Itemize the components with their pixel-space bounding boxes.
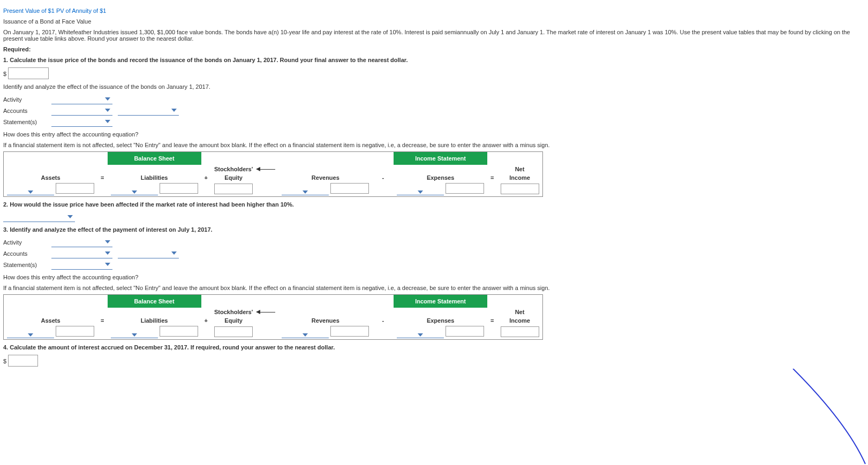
chevron-down-icon bbox=[132, 333, 137, 337]
arrow-left-icon bbox=[259, 312, 275, 312]
assets-dd-2[interactable] bbox=[7, 332, 54, 338]
statements-select-2[interactable] bbox=[51, 260, 112, 270]
exp-input-2[interactable] bbox=[446, 326, 484, 337]
chevron-down-icon bbox=[303, 333, 308, 337]
chevron-down-icon bbox=[105, 120, 110, 123]
se-header-1: Stockholders' bbox=[211, 165, 256, 173]
pv-link[interactable]: Present Value of $1 bbox=[3, 7, 55, 14]
arrow-left-icon bbox=[259, 169, 275, 170]
statements-select-1[interactable] bbox=[51, 117, 112, 127]
chevron-down-icon bbox=[418, 333, 423, 337]
chevron-down-icon bbox=[171, 251, 177, 255]
liab-dd-1[interactable] bbox=[111, 189, 158, 195]
se-header-1b: Stockholders' bbox=[211, 308, 256, 316]
chevron-down-icon bbox=[132, 190, 137, 194]
chevron-down-icon bbox=[171, 109, 177, 112]
chevron-down-icon bbox=[28, 190, 33, 194]
q1-label: 1. Calculate the issue price of the bond… bbox=[3, 57, 408, 63]
rev-header: Revenues bbox=[278, 173, 372, 182]
equation-table-2: Balance Sheet Income Statement Stockhold… bbox=[3, 294, 543, 340]
inc-header: Income bbox=[497, 173, 543, 182]
assets-header-2: Assets bbox=[4, 316, 98, 325]
liab-input-2[interactable] bbox=[160, 326, 198, 337]
rev-header-2: Revenues bbox=[278, 316, 372, 325]
net-header: Net bbox=[497, 165, 543, 173]
equation-table-1: Balance Sheet Income Statement Stockhold… bbox=[3, 151, 543, 197]
inc-input-2[interactable] bbox=[501, 326, 539, 337]
accounts-select-1[interactable] bbox=[51, 105, 112, 116]
se-header-2: Equity bbox=[211, 173, 256, 182]
exp-header: Expenses bbox=[394, 173, 487, 182]
rev-dd-1[interactable] bbox=[282, 189, 329, 195]
accounts-select-2b[interactable] bbox=[118, 248, 179, 258]
activity-select-2[interactable] bbox=[51, 237, 112, 247]
net-header-2: Net bbox=[497, 308, 543, 316]
assets-input-1[interactable] bbox=[56, 183, 94, 194]
note-text-1: If a financial statement item is not aff… bbox=[3, 142, 865, 148]
q3-label: 3. Identify and analyze the effect of th… bbox=[3, 226, 213, 233]
is-header-2: Income Statement bbox=[394, 295, 487, 308]
row-accounts-label: Accounts bbox=[3, 108, 51, 114]
chevron-down-icon bbox=[105, 97, 110, 101]
assets-input-2[interactable] bbox=[56, 326, 94, 337]
is-header: Income Statement bbox=[394, 152, 487, 165]
q2-select[interactable] bbox=[3, 212, 75, 222]
chevron-down-icon bbox=[105, 251, 110, 255]
how-text-1: How does this entry affect the accountin… bbox=[3, 131, 865, 138]
liab-input-1[interactable] bbox=[160, 183, 198, 194]
chevron-down-icon bbox=[105, 109, 110, 112]
rev-input-2[interactable] bbox=[330, 326, 369, 337]
rev-dd-2[interactable] bbox=[282, 332, 329, 338]
page-title: Issuance of a Bond at Face Value bbox=[3, 18, 865, 25]
row-statements-label-2: Statement(s) bbox=[3, 262, 51, 268]
chevron-down-icon bbox=[105, 240, 110, 243]
chevron-down-icon bbox=[67, 215, 73, 218]
chevron-down-icon bbox=[105, 263, 110, 266]
exp-input-1[interactable] bbox=[446, 183, 484, 194]
se-input-1[interactable] bbox=[214, 184, 253, 194]
liab-header: Liabilities bbox=[108, 173, 201, 182]
dollar-sign-2: $ bbox=[3, 358, 6, 364]
pva-link[interactable]: PV of Annuity of $1 bbox=[56, 7, 107, 14]
problem-text: On January 1, 2017, Whitefeather Industr… bbox=[3, 29, 865, 42]
liab-header-2: Liabilities bbox=[108, 316, 201, 325]
accounts-select-2[interactable] bbox=[51, 248, 112, 258]
exp-dd-1[interactable] bbox=[397, 189, 444, 195]
q4-label: 4. Calculate the amount of interest accr… bbox=[3, 344, 335, 350]
row-statements-label: Statement(s) bbox=[3, 119, 51, 125]
dollar-sign: $ bbox=[3, 71, 6, 77]
row-activity-label-2: Activity bbox=[3, 239, 51, 246]
chevron-down-icon bbox=[418, 190, 423, 194]
rev-input-1[interactable] bbox=[330, 183, 369, 194]
inc-input-1[interactable] bbox=[501, 184, 539, 194]
exp-header-2: Expenses bbox=[394, 316, 487, 325]
exp-dd-2[interactable] bbox=[397, 332, 444, 338]
note-text-2: If a financial statement item is not aff… bbox=[3, 285, 865, 291]
accounts-select-1b[interactable] bbox=[118, 105, 179, 116]
assets-header: Assets bbox=[4, 173, 98, 182]
how-text-2: How does this entry affect the accountin… bbox=[3, 274, 865, 280]
row-activity-label: Activity bbox=[3, 96, 51, 103]
interest-accrued-input[interactable] bbox=[8, 355, 38, 367]
row-accounts-label-2: Accounts bbox=[3, 250, 51, 257]
se-header-2b: Equity bbox=[211, 316, 256, 325]
inc-header-2: Income bbox=[497, 316, 543, 325]
bs-header: Balance Sheet bbox=[108, 152, 201, 165]
chevron-down-icon bbox=[303, 190, 308, 194]
q2-label: 2. How would the issue price have been a… bbox=[3, 201, 294, 208]
se-input-2[interactable] bbox=[214, 326, 253, 337]
bs-header-2: Balance Sheet bbox=[108, 295, 201, 308]
identify-text-1: Identify and analyze the effect of the i… bbox=[3, 83, 865, 90]
liab-dd-2[interactable] bbox=[111, 332, 158, 338]
required-label: Required: bbox=[3, 46, 865, 52]
activity-select-1[interactable] bbox=[51, 94, 112, 104]
issue-price-input[interactable] bbox=[8, 67, 49, 79]
chevron-down-icon bbox=[28, 333, 33, 337]
assets-dd-1[interactable] bbox=[7, 189, 54, 195]
